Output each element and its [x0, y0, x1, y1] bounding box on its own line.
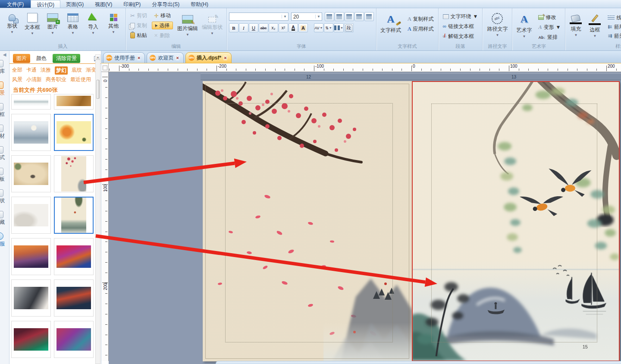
page-left-plum-blossom[interactable]: [203, 81, 412, 361]
collapse-panel-icon[interactable]: ◀: [0, 51, 9, 59]
page-right-landscape-selected[interactable]: 15: [412, 81, 620, 361]
close-tab-icon[interactable]: ×: [176, 56, 179, 60]
dock-item-版式[interactable]: 版式: [0, 145, 9, 166]
menu-print[interactable]: 印刷(P): [118, 0, 146, 8]
dock-item-边框[interactable]: 边框: [0, 102, 9, 123]
paragraph-mark-button[interactable]: 段: [344, 23, 354, 32]
word-art-button[interactable]: A 艺术字 ▼: [514, 12, 533, 41]
modify-button[interactable]: 修改: [536, 13, 563, 21]
align-distributed-button[interactable]: [364, 12, 374, 21]
font-size-dropdown-icon[interactable]: ▼: [315, 15, 322, 19]
filter-卡通[interactable]: 卡通: [26, 66, 37, 75]
menu-help[interactable]: 帮助(H): [185, 0, 214, 8]
border-button[interactable]: 边框 ▼: [586, 12, 603, 40]
background-thumbnail-vintage-bird[interactable]: [11, 155, 51, 192]
edit-select-button[interactable]: 选择: [152, 22, 173, 29]
apply-style-button[interactable]: A应用样式: [405, 25, 436, 33]
path-text-button[interactable]: 路径文字 ▼: [485, 10, 510, 37]
filter-淡雅[interactable]: 淡雅: [41, 66, 51, 75]
line-style-button[interactable]: 线型▼: [605, 14, 621, 22]
background-thumbnail-pale-mist[interactable]: [11, 197, 51, 234]
filter-商务职业[interactable]: 商务职业: [46, 76, 66, 83]
arrow-tail-button[interactable]: 箭尾▼: [605, 23, 621, 31]
background-thumbnail-ink-lake[interactable]: [11, 114, 51, 151]
text-wrap-button[interactable]: 文字环绕▼: [441, 13, 480, 20]
sidebar-scrollbar[interactable]: ▲: [95, 54, 100, 364]
underline-button[interactable]: U: [249, 23, 258, 32]
menu-share-export[interactable]: 分享导出(S): [146, 0, 185, 8]
dock-item-图库[interactable]: 图库: [0, 59, 9, 80]
background-thumbnail-tan-abstract[interactable]: [54, 94, 94, 110]
background-thumbnail-navy-red-blur[interactable]: [54, 279, 94, 317]
horizontal-scrollbar[interactable]: [216, 361, 621, 364]
dock-item-背景[interactable]: 背景: [0, 80, 9, 102]
close-tab-icon[interactable]: ×: [137, 56, 141, 60]
warp-button[interactable]: A变形▼: [536, 23, 563, 31]
char-spacing-button[interactable]: AV▼: [314, 23, 323, 32]
background-thumbnail-pale-shore[interactable]: [11, 94, 51, 110]
subscript-button[interactable]: x₂: [269, 23, 278, 32]
italic-button[interactable]: I: [239, 23, 248, 32]
menu-file[interactable]: 文件(F): [0, 0, 31, 8]
dock-item-模板[interactable]: 模板: [0, 166, 9, 188]
menu-page-setup[interactable]: 页面(G): [60, 0, 89, 8]
panel-tab-清除背景[interactable]: 清除背景: [53, 54, 80, 63]
edit-move-button[interactable]: 移动: [152, 12, 173, 19]
text-style-button[interactable]: A 文字样式: [379, 12, 403, 34]
doc-tab-插入.dpsf*[interactable]: DPS插入.dpsf*×: [185, 52, 232, 63]
font-family-select[interactable]: ▼: [229, 13, 289, 21]
background-thumbnail-vine-birds[interactable]: [54, 197, 94, 234]
filter-全部[interactable]: 全部: [12, 66, 22, 75]
align-right-button[interactable]: [345, 12, 354, 21]
font-family-dropdown-icon[interactable]: ▼: [282, 15, 288, 19]
menu-design[interactable]: 设计(D): [31, 0, 60, 8]
panel-tab-颜色[interactable]: 颜色: [33, 54, 50, 63]
background-thumbnail-gray-blur[interactable]: [11, 279, 51, 317]
line-spacing-button[interactable]: ⇅▼: [324, 23, 333, 32]
vertical-text-button[interactable]: 竖排: [536, 33, 563, 41]
background-thumbnail-golden-sun[interactable]: [54, 114, 94, 151]
background-thumbnail-magenta-teal-blur[interactable]: [54, 321, 94, 358]
filter-风景[interactable]: 风景: [12, 76, 22, 83]
close-tab-icon[interactable]: ×: [223, 56, 227, 60]
highlight-color-button[interactable]: A: [298, 23, 308, 32]
doc-tab-欢迎页[interactable]: DPS欢迎页×: [147, 52, 183, 63]
superscript-button[interactable]: x²: [279, 23, 288, 32]
document-canvas[interactable]: 12 13: [109, 72, 621, 364]
insert-table-button[interactable]: 表格▼: [63, 10, 83, 35]
filter-最近使用[interactable]: 最近使用: [70, 76, 91, 83]
insert-picture-button[interactable]: 图片▼: [43, 10, 63, 35]
insert-shapes-button[interactable]: 形状▼: [2, 10, 22, 35]
font-color-button[interactable]: A: [289, 23, 298, 32]
dock-item-客服[interactable]: 客服: [0, 231, 9, 253]
strikethrough-button[interactable]: abc: [259, 23, 268, 32]
dock-item-收藏[interactable]: 收藏: [0, 210, 9, 231]
align-center-button[interactable]: [335, 12, 344, 21]
font-size-select[interactable]: 20 ▼: [291, 13, 322, 21]
menu-view[interactable]: 视图(V): [89, 0, 118, 8]
doc-tab-使用手册[interactable]: DPS使用手册×: [103, 52, 145, 63]
align-justify-button[interactable]: [354, 12, 364, 21]
background-thumbnail-orange-purple-blur[interactable]: [11, 238, 51, 275]
columns-button[interactable]: ▼: [334, 23, 344, 32]
bold-button[interactable]: B: [229, 23, 238, 32]
insert-textbox-button[interactable]: 文本框▼: [22, 10, 42, 35]
sidebar-scrollbar-thumb[interactable]: [96, 80, 100, 99]
filter-小清新[interactable]: 小清新: [26, 76, 42, 83]
background-thumbnail-plum-paper[interactable]: [54, 155, 94, 192]
filter-渐变[interactable]: 渐变: [86, 66, 96, 75]
arrow-head-button[interactable]: 箭头▼: [605, 32, 621, 40]
link-textbox-button[interactable]: 链接文本框: [441, 22, 480, 30]
dock-item-素材[interactable]: 素材: [0, 123, 9, 145]
background-thumbnail-aurora-blur[interactable]: [11, 321, 51, 358]
copy-style-button[interactable]: A复制样式: [405, 15, 436, 23]
filter-梦幻[interactable]: 梦幻: [55, 66, 68, 75]
panel-tab-图片[interactable]: 图片: [13, 54, 30, 63]
align-left-button[interactable]: [325, 12, 334, 21]
unlink-textbox-button[interactable]: 解链文本框: [441, 32, 480, 40]
filter-底纹[interactable]: 底纹: [72, 66, 82, 75]
insert-import-button[interactable]: 导入▼: [83, 10, 103, 35]
dock-item-形状[interactable]: 形状: [0, 188, 9, 210]
edit-image-edit-button[interactable]: 图片编辑▼: [176, 12, 200, 39]
scroll-up-icon[interactable]: ▲: [96, 55, 100, 60]
